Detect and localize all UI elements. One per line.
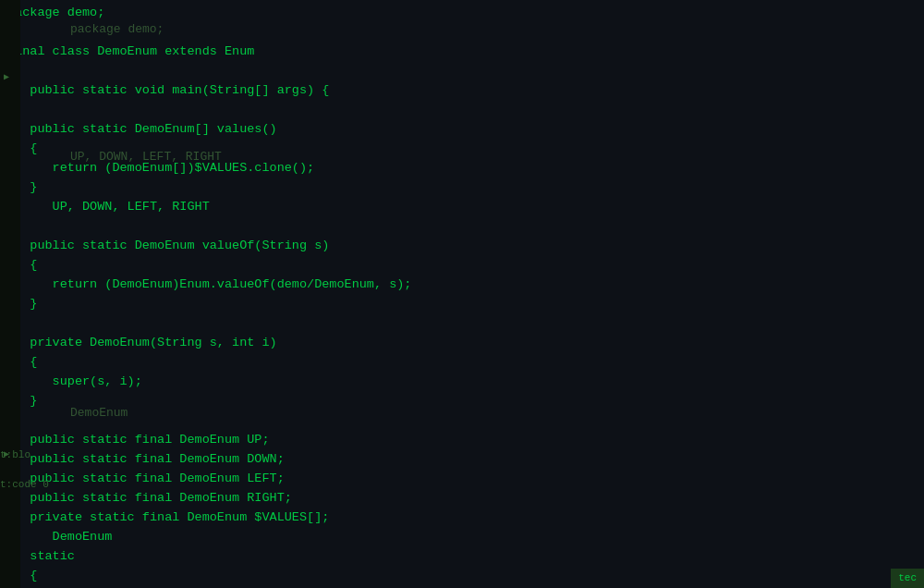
code-line: } xyxy=(0,392,924,411)
code-line: super(s, i); xyxy=(0,373,924,392)
code-line: { xyxy=(0,567,924,586)
code-line xyxy=(0,411,924,431)
status-bar: tec xyxy=(891,569,924,588)
code-line: } xyxy=(0,178,924,198)
code-line: { xyxy=(0,256,924,276)
code-line: private static final DemoEnum $VALUES[]; xyxy=(0,508,924,528)
collapse-arrow-icon[interactable]: ▶ xyxy=(4,70,9,85)
code-line: public static final DemoEnum LEFT; xyxy=(0,470,924,489)
status-text: tec xyxy=(898,570,917,586)
code-line: { xyxy=(0,140,924,159)
code-line: public static final DemoEnum UP; xyxy=(0,431,924,450)
code-line: DemoEnum xyxy=(0,528,924,547)
code-line xyxy=(0,101,924,120)
code-line: public static void main(String[] args) { xyxy=(0,81,924,101)
code-line xyxy=(0,217,924,237)
code-line: public static final DemoEnum RIGHT; xyxy=(0,489,924,508)
collapse-arrow-icon[interactable]: ▶ xyxy=(4,447,9,462)
code-editor: ▶▶ package demo;final class DemoEnum ext… xyxy=(0,0,924,588)
code-line: { xyxy=(0,353,924,373)
code-line: static xyxy=(0,547,924,567)
code-lines: package demo;final class DemoEnum extend… xyxy=(0,4,924,588)
code-line: public static final DemoEnum DOWN; xyxy=(0,450,924,470)
code-line: } xyxy=(0,295,924,314)
code-line: public static DemoEnum valueOf(String s) xyxy=(0,237,924,256)
code-line: private DemoEnum(String s, int i) xyxy=(0,334,924,353)
code-line xyxy=(0,314,924,334)
code-line: UP, DOWN, LEFT, RIGHT xyxy=(0,198,924,217)
code-line: return (DemoEnum)Enum.valueOf(demo/DemoE… xyxy=(0,276,924,295)
code-line: final class DemoEnum extends Enum xyxy=(0,43,924,62)
code-line: public static DemoEnum[] values() xyxy=(0,120,924,140)
left-sidebar: ▶▶ xyxy=(0,0,20,588)
code-line: return (DemoEnum[])$VALUES.clone(); xyxy=(0,159,924,178)
code-line: { xyxy=(0,62,924,81)
code-line: package demo; xyxy=(0,4,924,23)
code-line xyxy=(0,23,924,43)
